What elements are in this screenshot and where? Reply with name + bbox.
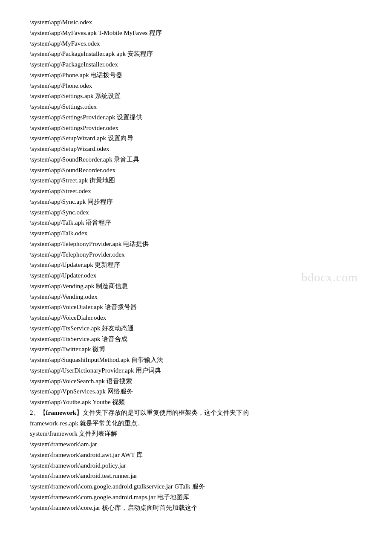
text-line: \system\app\Updater.odex [30,270,362,281]
text-line: \system\app\PackageInstaller.apk apk 安装程… [30,49,362,59]
text-line: \system\app\VpnServices.apk 网络服务 [30,386,362,397]
text-line: \system\app\SetupWizard.apk 设置向导 [30,133,362,144]
text-line: \system\app\Vending.apk 制造商信息 [30,281,362,292]
text-line: \system\app\SetupWizard.odex [30,144,362,154]
text-line: \system\app\TtsService.apk 好友动态通 [30,323,362,334]
text-line: \system\app\SettingsProvider.odex [30,123,362,133]
text-line: \system\app\VoiceDialer.odex [30,312,362,323]
text-line: \system\app\UserDictionaryProvider.apk 用… [30,365,362,376]
text-line: \system\app\SoundRecorder.odex [30,165,362,176]
text-line: \system\app\SoundRecorder.apk 录音工具 [30,154,362,165]
text-line: \system\app\TelephonyProvider.odex [30,249,362,260]
text-line: \system\framework\android.policy.jar [30,460,362,471]
text-line: \system\framework\core.jar 核心库，启动桌面时首先加载… [30,503,362,513]
text-line: \system\app\TtsService.apk 语音合成 [30,334,362,344]
document-content: \system\app\Music.odex\system\app\MyFave… [30,17,362,513]
text-line: \system\app\Sync.apk 同步程序 [30,197,362,207]
bold-text: framework [46,409,77,416]
text-line: 2、【framework】文件夹下存放的是可以重复使用的框架类，这个文件夹下的 [30,408,362,418]
text-line: \system\app\Updater.apk 更新程序 [30,260,362,270]
text-line: \system\app\Youtbe.apk Youtbe 视频 [30,397,362,408]
text-line: system\framework 文件列表详解 [30,428,362,439]
text-line: \system\app\Phone.odex [30,81,362,91]
text-line: \system\framework\com.google.android.gta… [30,481,362,492]
text-span: 】文件夹下存放的是可以重复使用的框架类，这个文件夹下的 [76,409,249,416]
text-line: \system\framework\com.google.android.map… [30,492,362,503]
text-line: \system\app\Phone.apk 电话拨号器 [30,70,362,81]
text-line: framework-res.apk 就是平常美化的重点。 [30,418,362,429]
text-line: \system\app\Talk.odex [30,228,362,239]
text-line: \system\app\SuquashiInputMethod.apk 自带输入… [30,355,362,365]
text-line: \system\app\SettingsProvider.apk 设置提供 [30,112,362,123]
text-span: 2、【 [30,409,46,416]
text-line: \system\app\Sync.odex [30,207,362,218]
text-line: \system\framework\android.test.runner.ja… [30,471,362,481]
text-line: \system\app\VoiceDialer.apk 语音拨号器 [30,302,362,312]
text-line: \system\framework\am.jar [30,439,362,450]
text-line: \system\app\Settings.apk 系统设置 [30,91,362,101]
text-line: \system\app\Music.odex [30,17,362,28]
text-line: \system\app\MyFaves.odex [30,38,362,49]
text-line: \system\app\Talk.apk 语音程序 [30,217,362,228]
text-line: \system\app\VoiceSearch.apk 语音搜索 [30,376,362,387]
text-line: \system\app\TelephonyProvider.apk 电话提供 [30,239,362,249]
text-line: \system\app\Twitter.apk 微博 [30,344,362,355]
text-line: \system\app\Street.apk 街景地图 [30,175,362,186]
text-line: \system\framework\android.awt.jar AWT 库 [30,450,362,460]
text-line: \system\app\Settings.odex [30,101,362,112]
text-line: \system\app\MyFaves.apk T-Mobile MyFaves… [30,28,362,38]
text-line: \system\app\Street.odex [30,186,362,197]
text-line: \system\app\PackageInstaller.odex [30,59,362,70]
text-line: \system\app\Vending.odex [30,292,362,302]
